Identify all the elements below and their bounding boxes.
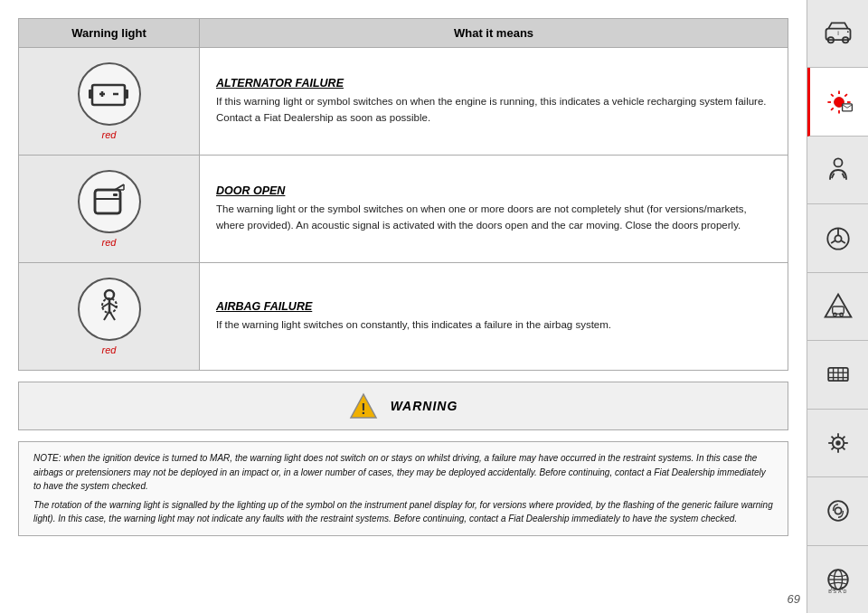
audio-icon	[820, 493, 856, 529]
color-label-3: red	[102, 344, 117, 355]
sidebar-item-settings[interactable]	[807, 410, 868, 477]
table-row: red ALTERNATOR FAILURE If this warning l…	[19, 48, 788, 156]
desc-cell-airbag: AIRBAG FAILURE If the warning light swit…	[200, 263, 788, 371]
airbag-icon	[78, 278, 141, 341]
desc-title-1: ALTERNATOR FAILURE	[216, 77, 771, 90]
svg-line-34	[831, 108, 834, 110]
svg-line-61	[842, 447, 844, 449]
desc-title-2: DOOR OPEN	[216, 184, 771, 197]
sidebar-item-car-info[interactable]: i	[807, 0, 868, 68]
table-row: red AIRBAG FAILURE If the warning light …	[19, 263, 788, 371]
svg-point-24	[846, 32, 848, 33]
svg-point-55	[835, 440, 840, 445]
right-sidebar: i	[807, 0, 868, 613]
col-header-warning: Warning light	[19, 19, 200, 48]
desc-cell-door: DOOR OPEN The warning light or the symbo…	[200, 156, 788, 263]
sidebar-item-warning-lights[interactable]	[807, 68, 868, 136]
svg-text:!: !	[361, 401, 365, 417]
warning-table: Warning light What it means	[18, 18, 788, 371]
table-row: red DOOR OPEN The warning light or the s…	[19, 156, 788, 263]
svg-line-42	[831, 240, 835, 243]
svg-point-36	[834, 158, 842, 166]
settings-list-icon	[820, 425, 856, 461]
main-content: Warning light What it means	[0, 0, 807, 613]
svg-line-63	[831, 447, 834, 449]
sidebar-item-language[interactable]: B S A D C T	[807, 546, 868, 613]
svg-rect-6	[95, 190, 120, 213]
page-number: 69	[788, 592, 800, 606]
svg-point-65	[835, 508, 841, 514]
icon-cell-door: red	[19, 156, 200, 263]
sidebar-item-steering[interactable]	[807, 204, 868, 272]
svg-rect-11	[113, 193, 118, 196]
svg-rect-0	[92, 85, 125, 105]
warning-lights-icon	[821, 84, 857, 120]
triangle-car-icon	[820, 288, 856, 325]
sidebar-item-maintenance[interactable]	[807, 137, 868, 204]
desc-title-3: AIRBAG FAILURE	[216, 300, 771, 313]
desc-cell-battery: ALTERNATOR FAILURE If this warning light…	[200, 48, 788, 156]
warning-triangle-icon: !	[349, 391, 378, 420]
warning-banner: ! WARNING	[18, 382, 788, 430]
battery-icon	[78, 62, 141, 126]
svg-rect-7	[95, 190, 120, 213]
desc-text-1: If this warning light or symbol switches…	[216, 94, 771, 126]
sidebar-item-audio[interactable]	[807, 477, 868, 545]
airbag-icon-wrapper: red	[28, 278, 190, 355]
svg-line-43	[841, 240, 845, 243]
note-text-2: The rotation of the warning light is sig…	[33, 498, 773, 526]
desc-text-3: If the warning light switches on constan…	[216, 317, 771, 333]
col-header-meaning: What it means	[200, 19, 788, 48]
color-label-2: red	[102, 237, 117, 248]
sidebar-item-tools[interactable]	[807, 341, 868, 409]
door-icon-wrapper: red	[28, 170, 190, 248]
svg-point-46	[833, 313, 836, 316]
person-icon	[820, 152, 856, 188]
steering-wheel-icon	[820, 221, 856, 257]
tools-icon	[820, 356, 856, 392]
svg-line-62	[842, 436, 844, 439]
svg-line-31	[831, 94, 834, 97]
svg-rect-2	[89, 90, 92, 99]
color-label-1: red	[102, 129, 117, 140]
svg-text:i: i	[837, 29, 839, 37]
battery-icon-wrapper: red	[28, 62, 190, 140]
note-text-1: NOTE: when the ignition device is turned…	[33, 451, 773, 494]
car-icon: i	[820, 15, 856, 52]
note-box: NOTE: when the ignition device is turned…	[18, 441, 788, 536]
svg-rect-1	[125, 90, 128, 99]
sidebar-item-emergency[interactable]	[807, 273, 868, 341]
warning-label-text: WARNING	[391, 399, 458, 413]
desc-text-2: The warning light or the symbol switches…	[216, 202, 771, 233]
door-open-icon	[78, 170, 141, 233]
svg-point-40	[835, 235, 841, 241]
svg-point-47	[839, 313, 843, 316]
language-icon: B S A D C T	[820, 561, 856, 598]
icon-cell-airbag: red	[19, 263, 200, 371]
icon-cell-battery: red	[19, 48, 200, 156]
svg-line-60	[831, 436, 834, 439]
svg-text:C: C	[830, 585, 834, 590]
svg-line-33	[844, 94, 847, 97]
